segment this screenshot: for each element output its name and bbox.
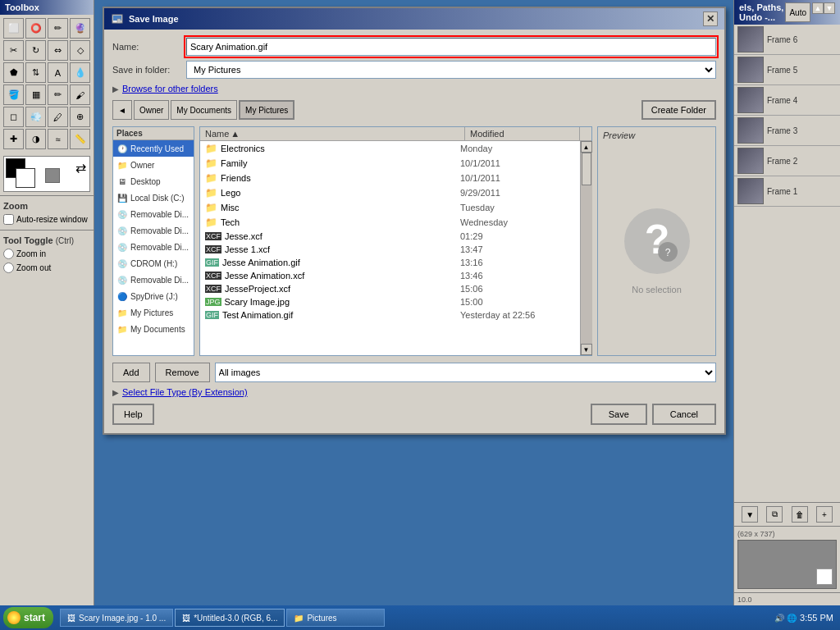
tool-ellipse-select[interactable]: ⭕ [25,18,46,39]
scroll-up-button[interactable]: ▲ [581,141,592,153]
frame-duplicate[interactable]: ⧉ [766,506,783,523]
zoom-out-radio[interactable] [3,262,14,273]
file-row-tech[interactable]: 📁 Tech Wednesday [200,215,580,230]
back-button[interactable]: ◄ [112,100,132,120]
file-row-test-animation[interactable]: GIF Test Animation.gif Yesterday at 22:5… [200,308,580,322]
place-owner[interactable]: 📁 Owner [113,157,194,173]
my-documents-button[interactable]: My Documents [171,100,237,120]
tool-shear[interactable]: ◇ [70,40,90,61]
scroll-down-button[interactable]: ▼ [581,344,592,355]
file-row-jesse-animation-gif[interactable]: GIF Jesse Animation.gif 13:16 [200,256,580,269]
frame-item[interactable]: Frame 5 [734,55,840,85]
file-row-misc[interactable]: 📁 Misc Tuesday [200,200,580,215]
frame-move-down[interactable]: ▼ [742,506,758,523]
tool-rect-select[interactable]: ⬜ [3,18,24,39]
file-row-jesseproject[interactable]: XCF JesseProject.xcf 15:06 [200,282,580,295]
tool-airbrush[interactable]: 💨 [25,107,46,127]
frame-item[interactable]: Frame 4 [734,85,840,116]
background-color[interactable] [16,168,35,188]
tool-crop[interactable]: ✂ [3,40,24,61]
tool-eraser[interactable]: ◻ [3,107,24,127]
file-list-scrollbar[interactable]: ▲ ▼ [580,141,591,355]
frame-item[interactable]: Frame 6 [734,25,840,55]
frame-item[interactable]: Frame 3 [734,116,840,146]
tool-measure[interactable]: 📏 [70,129,90,149]
tool-fuzzy-select[interactable]: 🔮 [70,18,90,39]
file-row-jesse1-xcf[interactable]: XCF Jesse 1.xcf 13:47 [200,243,580,256]
place-removable-4[interactable]: 💿 Removable Di... [113,272,194,288]
col-name[interactable]: Name ▲ [200,127,465,140]
filename-input[interactable] [186,38,716,56]
tool-bucket-fill[interactable]: 🪣 [3,84,24,105]
place-removable-1[interactable]: 💿 Removable Di... [113,206,194,222]
tool-flip[interactable]: ⇅ [25,62,46,83]
auto-button[interactable]: Auto [785,2,810,22]
tool-blend[interactable]: ▦ [25,84,46,105]
browse-link[interactable]: Browse for other folders [122,84,218,94]
tool-text[interactable]: A [48,62,68,83]
taskbar-item-untitled[interactable]: 🖼 *Untitled-3.0 (RGB, 6... [175,609,285,627]
color-selector[interactable]: ⇄ [3,156,90,192]
file-type-select[interactable]: All images [215,363,716,382]
file-list-scroll[interactable]: 📁 Electronics Monday 📁 Family 1 [200,141,580,354]
frame-item[interactable]: Frame 2 [734,146,840,176]
place-my-documents[interactable]: 📁 My Documents [113,321,194,337]
place-desktop[interactable]: 🖥 Desktop [113,173,194,189]
file-row-jesse-animation-xcf[interactable]: XCF Jesse Animation.xcf 13:46 [200,269,580,282]
scroll-thumb[interactable] [582,153,591,185]
tool-rotate[interactable]: ↻ [25,40,46,61]
owner-button[interactable]: Owner [134,100,169,120]
select-file-type-link[interactable]: Select File Type (By Extension) [122,387,248,397]
save-button[interactable]: Save [591,404,647,425]
add-button[interactable]: Add [112,363,150,382]
file-row-family[interactable]: 📁 Family 10/1/2011 [200,156,580,171]
zoom-in-option[interactable]: Zoom in [3,247,90,261]
file-row-electronics[interactable]: 📁 Electronics Monday [200,141,580,156]
file-row-lego[interactable]: 📁 Lego 9/29/2011 [200,185,580,200]
place-cdrom[interactable]: 💿 CDROM (H:) [113,255,194,272]
taskbar-item-scary-image[interactable]: 🖼 Scary Image.jpg - 1.0 ... [60,609,173,627]
remove-button[interactable]: Remove [155,363,210,382]
file-row-jesse-xcf[interactable]: XCF Jesse.xcf 01:29 [200,230,580,243]
scroll-track[interactable] [581,153,592,344]
save-folder-select[interactable]: My Pictures [186,61,716,79]
col-modified[interactable]: Modified [465,127,580,140]
tool-free-select[interactable]: ✏ [48,18,68,39]
file-row-scary-image[interactable]: JPG Scary Image.jpg 15:00 [200,295,580,308]
frame-delete[interactable]: 🗑 [792,506,808,523]
auto-resize-checkbox[interactable] [3,214,14,225]
panel-scroll-up[interactable]: ▲ [812,2,824,14]
tool-color-picker[interactable]: 💧 [70,62,90,83]
place-removable-3[interactable]: 💿 Removable Di... [113,239,194,255]
frame-add[interactable]: + [816,506,833,523]
place-spydrive[interactable]: 🔵 SpyDrive (J:) [113,288,194,304]
file-row-friends[interactable]: 📁 Friends 10/1/2011 [200,171,580,185]
place-removable-2[interactable]: 💿 Removable Di... [113,222,194,239]
reset-colors-icon[interactable] [45,168,60,183]
tool-clone[interactable]: ⊕ [70,107,90,127]
zoom-in-radio[interactable] [3,249,14,259]
start-button[interactable]: start [3,607,53,628]
place-local-disk[interactable]: 💾 Local Disk (C:) [113,189,194,206]
tool-smudge[interactable]: ≈ [48,129,68,149]
frame-item[interactable]: Frame 1 [734,176,840,207]
create-folder-button[interactable]: Create Folder [641,100,716,120]
zoom-out-option[interactable]: Zoom out [3,261,90,275]
auto-resize-option[interactable]: Auto-resize window [3,212,90,226]
my-pictures-button[interactable]: My Pictures [239,100,294,120]
dialog-close-button[interactable]: ✕ [703,11,718,26]
tool-pencil[interactable]: ✏ [48,84,68,105]
cancel-button[interactable]: Cancel [652,404,716,425]
place-my-pictures[interactable]: 📁 My Pictures [113,304,194,321]
tool-perspective[interactable]: ⬟ [3,62,24,83]
place-recently-used[interactable]: 🕐 Recently Used [113,140,194,157]
tool-paintbrush[interactable]: 🖌 [70,84,90,105]
help-button[interactable]: Help [112,404,154,425]
swap-colors-icon[interactable]: ⇄ [75,160,86,176]
tool-scale[interactable]: ⇔ [48,40,68,61]
taskbar-item-pictures[interactable]: 📁 Pictures [286,609,385,627]
panel-scroll-down[interactable]: ▼ [824,2,835,14]
tool-heal[interactable]: ✚ [3,129,24,149]
tool-dodge-burn[interactable]: ◑ [25,129,46,149]
tool-ink[interactable]: 🖊 [48,107,68,127]
